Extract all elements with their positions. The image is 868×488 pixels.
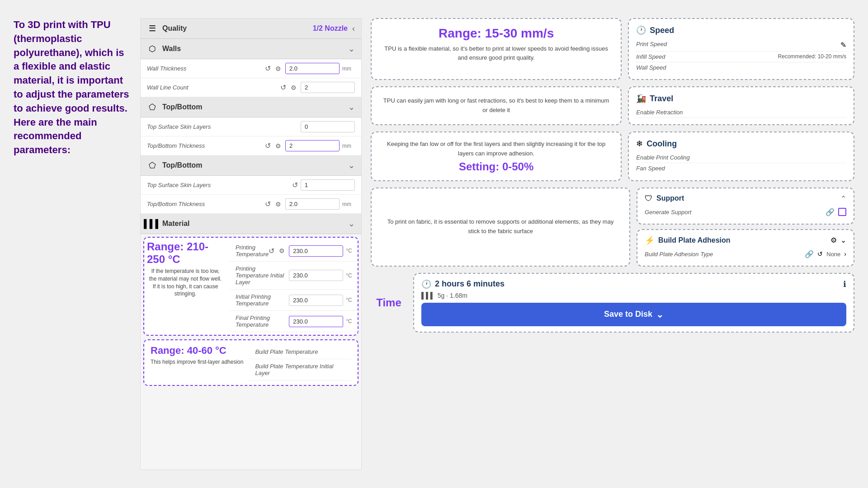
support-collapse-icon[interactable]: ⌃ xyxy=(840,194,846,203)
infill-speed-value: Recommended: 10-20 mm/s xyxy=(778,53,846,60)
build-plate-collapse-icon[interactable]: ⌄ xyxy=(840,236,846,244)
material-section-header[interactable]: ▌▌▌ Material ⌄ xyxy=(141,214,361,234)
temp-range-desc: If the temperature is too low, the mater… xyxy=(147,267,224,298)
build-plate-range-title: Range: 40-60 °C xyxy=(151,345,243,357)
build-plate-params-block: Build Plate Temperature Build Plate Temp… xyxy=(249,345,351,380)
topbottom-thickness1-controls: ↺ ⚙ mm xyxy=(265,140,355,151)
build-plate-reset-icon[interactable]: ↺ xyxy=(817,250,823,258)
save-to-disk-button[interactable]: Save to Disk ⌄ xyxy=(421,303,846,326)
generate-support-controls: 🔗 xyxy=(826,208,846,216)
support-desc: To print on fabric, it is essential to r… xyxy=(381,217,620,236)
generate-support-checkbox[interactable] xyxy=(838,208,846,216)
support-callout: To print on fabric, it is essential to r… xyxy=(371,188,630,267)
topbottom-thickness2-unit: mm xyxy=(342,201,355,207)
topbottom1-body: Top Surface Skin Layers Top/Bottom Thick… xyxy=(141,117,361,155)
topbottom2-section-header[interactable]: ⬠ Top/Bottom ⌄ xyxy=(141,155,361,176)
build-plate-temp-initial-label: Build Plate Temperature Initial Layer xyxy=(255,363,345,376)
generate-support-link-icon[interactable]: 🔗 xyxy=(826,208,835,216)
build-plate-range-desc: This helps improve first-layer adhesion xyxy=(151,358,243,366)
build-plate-adhesion-value: None xyxy=(826,251,840,258)
cooling-range-title: Setting: 0-50% xyxy=(381,160,612,173)
temp-range-title: Range: 210-250 °C xyxy=(147,240,224,266)
speed-range-desc: TPU is a flexible material, so it's bett… xyxy=(381,44,612,62)
generate-support-row: Generate Support 🔗 xyxy=(645,206,846,218)
topbottom-thickness2-label: Top/Bottom Thickness xyxy=(147,201,265,207)
cooling-row: Keeping the fan low or off for the first… xyxy=(371,131,854,181)
wall-thickness-row: Wall Thickness ↺ ⚙ mm xyxy=(141,59,361,78)
final-printing-temp-input[interactable] xyxy=(289,316,343,327)
time-weight: 5g · 1.68m xyxy=(438,292,467,299)
speed-row: Range: 15-30 mm/s TPU is a flexible mate… xyxy=(371,18,854,80)
top-skin-layers1-controls xyxy=(301,121,355,132)
wall-line-count-input[interactable] xyxy=(301,82,355,93)
wall-line-count-info-btn[interactable]: ⚙ xyxy=(289,83,298,92)
cooling-icon: ❄ xyxy=(636,139,643,149)
topbottom-thickness1-input[interactable] xyxy=(285,140,340,151)
wall-thickness-controls: ↺ ⚙ mm xyxy=(265,63,355,74)
topbottom-thickness2-info-btn[interactable]: ⚙ xyxy=(274,200,283,209)
build-plate-temp-initial-row: Build Plate Temperature Initial Layer xyxy=(249,359,351,380)
time-clock-icon: 🕐 xyxy=(421,279,431,289)
fan-speed-label: Fan Speed xyxy=(636,165,665,172)
printing-temp-initial-label: Printing Temperature Initial Layer xyxy=(236,265,289,286)
top-skin-layers1-row: Top Surface Skin Layers xyxy=(141,117,361,136)
support-row: To print on fabric, it is essential to r… xyxy=(371,188,854,267)
initial-printing-temp-row: Initial Printing Temperature °C xyxy=(229,290,365,311)
support-icon: 🛡 xyxy=(645,194,653,203)
wall-line-count-label: Wall Line Count xyxy=(147,84,280,91)
build-plate-temp-row: Build Plate Temperature xyxy=(249,345,351,359)
topbottom1-chevron-icon: ⌄ xyxy=(348,102,355,112)
topbottom-thickness2-row: Top/Bottom Thickness ↺ ⚙ mm xyxy=(141,195,361,214)
topbottom1-label: Top/Bottom xyxy=(162,103,348,111)
speed-range-title: Range: 15-30 mm/s xyxy=(381,26,612,41)
print-speed-row: Print Speed ✎ xyxy=(636,39,846,52)
printing-temp-input[interactable] xyxy=(289,245,343,257)
quality-icon: ☰ xyxy=(147,23,158,34)
print-speed-edit-icon[interactable]: ✎ xyxy=(840,41,846,49)
speed-clock-icon: 🕐 xyxy=(636,25,646,35)
final-printing-temp-row: Final Printing Temperature °C xyxy=(229,311,365,332)
infill-speed-row: Infill Speed Recommended: 10-20 mm/s xyxy=(636,52,846,62)
printing-temp-row: Printing Temperature ↺ ⚙ °C xyxy=(229,240,365,262)
retraction-row: TPU can easily jam with long or fast ret… xyxy=(371,86,854,125)
save-chevron-down-icon: ⌄ xyxy=(656,309,664,320)
save-to-disk-label: Save to Disk xyxy=(604,310,652,319)
printing-temp-initial-input[interactable] xyxy=(289,270,343,281)
printing-temp-info-btn[interactable]: ⚙ xyxy=(277,246,286,255)
initial-printing-temp-input[interactable] xyxy=(289,295,343,306)
build-plate-temp-label: Build Plate Temperature xyxy=(255,348,345,355)
printing-temp-initial-row: Printing Temperature Initial Layer °C xyxy=(229,262,365,290)
topbottom-thickness1-info-btn[interactable]: ⚙ xyxy=(274,141,283,150)
build-plate-link-icon[interactable]: 🔗 xyxy=(805,250,814,258)
walls-icon: ⬡ xyxy=(147,43,158,54)
wall-thickness-info-btn[interactable]: ⚙ xyxy=(274,64,283,73)
speed-range-callout: Range: 15-30 mm/s TPU is a flexible mate… xyxy=(371,18,622,80)
build-plate-chevron-icon[interactable]: › xyxy=(844,250,846,258)
time-info-icon[interactable]: ℹ xyxy=(843,279,846,289)
quality-section-header[interactable]: ☰ Quality 1/2 Nozzle ‹ xyxy=(141,19,361,39)
cooling-card-title: Cooling xyxy=(646,139,677,149)
wall-thickness-reset-btn[interactable]: ↺ xyxy=(265,64,271,73)
top-skin-layers1-input[interactable] xyxy=(301,121,355,132)
printing-temp-reset-btn[interactable]: ↺ xyxy=(269,247,274,255)
build-plate-gear-icon[interactable]: ⚙ xyxy=(830,236,837,244)
wall-line-count-reset-btn[interactable]: ↺ xyxy=(280,83,286,92)
topbottom-thickness2-input[interactable] xyxy=(285,198,340,210)
slicer-settings-panel: ☰ Quality 1/2 Nozzle ‹ ⬡ Walls ⌄ Wall Th… xyxy=(140,18,362,470)
topbottom2-chevron-icon: ⌄ xyxy=(348,160,355,170)
top-skin-layers2-input[interactable] xyxy=(301,179,355,191)
walls-section-header[interactable]: ⬡ Walls ⌄ xyxy=(141,39,361,59)
initial-printing-temp-label: Initial Printing Temperature xyxy=(236,293,289,307)
cooling-settings-card: ❄ Cooling Enable Print Cooling Fan Speed xyxy=(628,131,854,181)
walls-section-body: Wall Thickness ↺ ⚙ mm Wall Line Count ↺ … xyxy=(141,59,361,97)
topbottom1-section-header[interactable]: ⬠ Top/Bottom ⌄ xyxy=(141,97,361,117)
wall-line-count-row: Wall Line Count ↺ ⚙ xyxy=(141,78,361,97)
wall-thickness-unit: mm xyxy=(342,66,355,72)
material-label: Material xyxy=(162,220,348,228)
time-duration: 2 hours 6 minutes xyxy=(435,279,505,289)
top-skin-layers2-reset-btn[interactable]: ↺ xyxy=(292,181,298,189)
topbottom-thickness1-reset-btn[interactable]: ↺ xyxy=(265,141,271,150)
print-speed-label: Print Speed xyxy=(636,41,667,49)
wall-thickness-input[interactable] xyxy=(285,63,340,74)
topbottom-thickness2-reset-btn[interactable]: ↺ xyxy=(265,200,271,208)
